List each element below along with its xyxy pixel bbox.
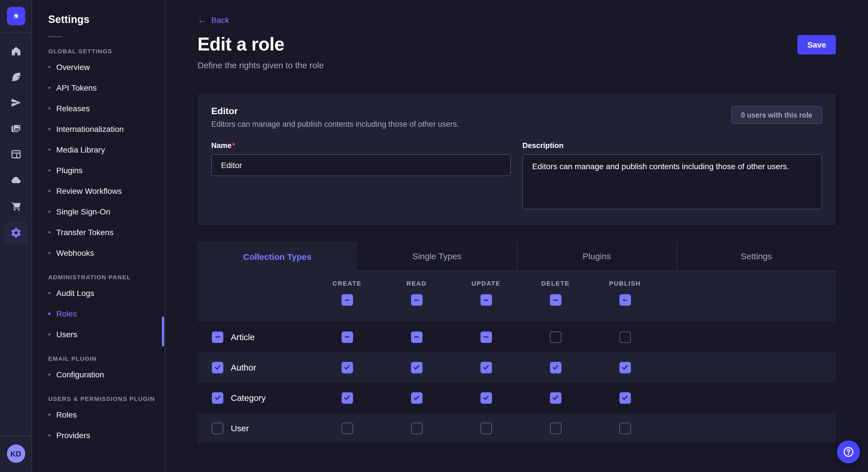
permission-row-user: User (197, 413, 836, 443)
sidebar-item-audit-logs[interactable]: Audit Logs (48, 283, 165, 303)
category-delete-checkbox[interactable] (550, 392, 561, 403)
user-avatar[interactable]: KD (7, 444, 25, 463)
row-author-checkbox[interactable] (212, 362, 223, 373)
article-read-checkbox[interactable] (411, 331, 422, 343)
row-category-checkbox[interactable] (212, 392, 223, 403)
select-all-create-checkbox[interactable] (341, 294, 353, 306)
user-update-checkbox[interactable] (480, 423, 492, 434)
permissions-table: CREATEREADUPDATEDELETEPUBLISH ArticleAut… (197, 271, 836, 443)
author-publish-checkbox[interactable] (619, 362, 631, 373)
sidebar-item-label: Providers (56, 431, 90, 440)
user-publish-checkbox[interactable] (619, 423, 631, 434)
tab-settings[interactable]: Settings (676, 241, 836, 271)
rail-icon-nav (4, 41, 27, 244)
category-update-checkbox[interactable] (480, 392, 492, 403)
bullet-icon (48, 333, 51, 336)
nav-releases-button[interactable] (4, 92, 27, 113)
row-label: Author (231, 363, 256, 372)
permission-row-category: Category (197, 382, 836, 413)
user-read-checkbox[interactable] (411, 423, 422, 434)
nav-deploy-button[interactable] (4, 170, 27, 191)
strapi-logo[interactable] (7, 7, 25, 25)
article-publish-checkbox[interactable] (619, 331, 631, 343)
sidebar-item-users[interactable]: Users (48, 324, 165, 345)
bullet-icon (48, 148, 51, 151)
subnav-title: Settings (48, 14, 165, 26)
nav-settings-button[interactable] (4, 222, 27, 244)
category-publish-checkbox[interactable] (619, 392, 631, 403)
required-asterisk: * (232, 141, 235, 150)
subnav-title-underline (48, 36, 62, 37)
nav-media-library-button[interactable] (4, 118, 27, 139)
article-update-checkbox[interactable] (480, 331, 492, 343)
sidebar-item-roles[interactable]: Roles (48, 303, 165, 324)
select-all-publish-checkbox[interactable] (619, 294, 631, 306)
sidebar-item-releases[interactable]: Releases (48, 98, 165, 119)
role-name-input[interactable] (211, 154, 511, 176)
tab-plugins[interactable]: Plugins (517, 241, 676, 271)
help-button[interactable] (837, 440, 860, 463)
bullet-icon (48, 231, 51, 233)
sidebar-item-plugins[interactable]: Plugins (48, 160, 165, 181)
article-delete-checkbox[interactable] (550, 331, 561, 343)
user-delete-checkbox[interactable] (550, 423, 561, 434)
tab-single-types[interactable]: Single Types (357, 241, 517, 271)
back-link[interactable]: ← Back (197, 15, 229, 25)
author-read-checkbox[interactable] (411, 362, 422, 373)
sidebar-item-internationalization[interactable]: Internationalization (48, 119, 165, 139)
help-question-icon (842, 446, 855, 458)
sidebar-item-api-tokens[interactable]: API Tokens (48, 77, 165, 98)
sidebar-item-providers[interactable]: Providers (48, 425, 165, 446)
sidebar-item-webhooks[interactable]: Webhooks (48, 243, 165, 263)
subnav-section-header-administration-panel: ADMINISTRATION PANEL (48, 274, 165, 280)
article-create-checkbox[interactable] (341, 331, 353, 343)
bullet-icon (48, 190, 51, 192)
author-delete-checkbox[interactable] (550, 362, 561, 373)
row-label: Article (231, 332, 255, 342)
select-all-delete-checkbox[interactable] (550, 294, 561, 306)
nav-content-type-builder-button[interactable] (4, 144, 27, 165)
permissions-card: Collection TypesSingle TypesPluginsSetti… (197, 241, 836, 443)
row-label: Category (231, 393, 266, 403)
subnav-scrollbar-thumb[interactable] (162, 316, 164, 346)
permission-row-author: Author (197, 352, 836, 382)
sidebar-item-single-sign-on[interactable]: Single Sign-On (48, 201, 165, 222)
category-read-checkbox[interactable] (411, 392, 422, 403)
subnav-section-header-users-permissions-plugin: USERS & PERMISSIONS PLUGIN (48, 395, 165, 402)
category-create-checkbox[interactable] (341, 392, 353, 403)
back-label: Back (211, 15, 229, 25)
row-article-checkbox[interactable] (212, 331, 223, 343)
nav-content-manager-button[interactable] (4, 67, 27, 87)
rail-divider (0, 32, 32, 33)
sidebar-item-review-workflows[interactable]: Review Workflows (48, 181, 165, 201)
sidebar-item-transfer-tokens[interactable]: Transfer Tokens (48, 222, 165, 243)
role-description-input[interactable]: Editors can manage and publish contents … (522, 154, 822, 209)
sidebar-item-label: Audit Logs (56, 289, 94, 298)
sidebar-item-label: Overview (56, 63, 90, 72)
save-button[interactable]: Save (798, 35, 836, 55)
role-description-text: Editors can manage and publish contents … (211, 120, 459, 129)
tab-collection-types[interactable]: Collection Types (197, 241, 357, 271)
settings-subnav: Settings GLOBAL SETTINGSOverviewAPI Toke… (32, 0, 165, 472)
sidebar-item-roles[interactable]: Roles (48, 404, 165, 425)
row-user-checkbox[interactable] (212, 423, 223, 434)
select-all-update-checkbox[interactable] (480, 294, 492, 306)
sidebar-item-configuration[interactable]: Configuration (48, 364, 165, 385)
users-with-role-badge[interactable]: 0 users with this role (731, 106, 822, 124)
role-details-card: Editor Editors can manage and publish co… (197, 94, 836, 225)
author-update-checkbox[interactable] (480, 362, 492, 373)
bullet-icon (48, 128, 51, 130)
column-header-publish: PUBLISH (609, 280, 641, 287)
nav-home-button[interactable] (4, 41, 27, 61)
user-create-checkbox[interactable] (341, 423, 353, 434)
nav-marketplace-button[interactable] (4, 196, 27, 216)
sidebar-item-label: Review Workflows (56, 187, 122, 196)
select-all-read-checkbox[interactable] (411, 294, 422, 306)
subnav-section-header-global-settings: GLOBAL SETTINGS (48, 47, 165, 55)
strapi-logo-icon (11, 11, 20, 21)
sidebar-item-overview[interactable]: Overview (48, 57, 165, 77)
sidebar-item-media-library[interactable]: Media Library (48, 139, 165, 160)
bullet-icon (48, 312, 51, 315)
cloud-icon (10, 174, 22, 186)
author-create-checkbox[interactable] (341, 362, 353, 373)
